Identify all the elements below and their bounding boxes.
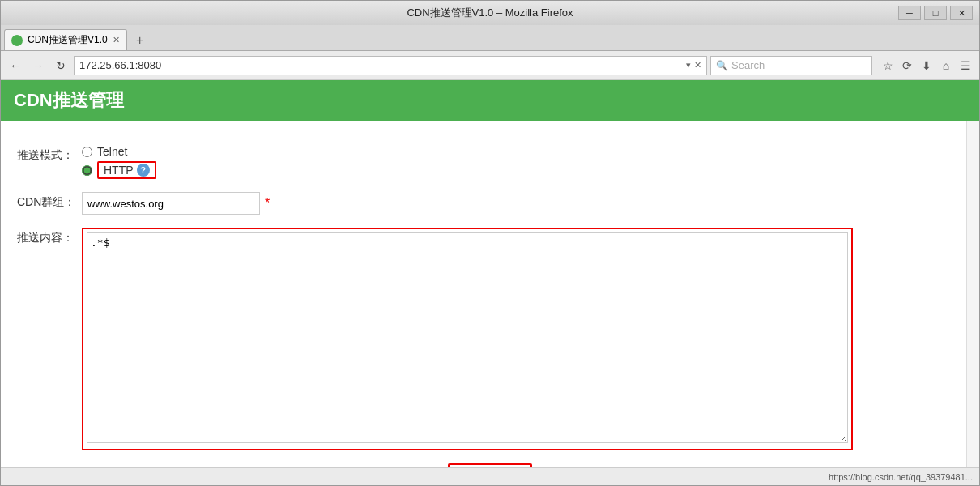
content-row: 推送内容： .*$ (17, 228, 963, 450)
browser-toolbar: ☆ ⟳ ⬇ ⌂ ☰ (879, 57, 974, 75)
bookmark-icon[interactable]: ☆ (879, 57, 897, 75)
http-label: HTTP (104, 164, 134, 177)
address-bar: ← → ↻ 172.25.66.1:8080 ▾ ✕ 🔍 Search ☆ ⟳ … (1, 51, 979, 80)
textarea-wrapper: .*$ (82, 228, 853, 450)
close-button[interactable]: ✕ (950, 6, 973, 20)
restore-button[interactable]: □ (924, 6, 947, 20)
info-icon[interactable]: ? (137, 164, 150, 177)
minimize-button[interactable]: ─ (898, 6, 921, 20)
status-bar: https://blog.csdn.net/qq_39379481... (1, 467, 979, 485)
reload-button[interactable]: ↻ (51, 56, 70, 75)
mode-label: 推送模式： (17, 145, 82, 163)
title-bar: CDN推送管理V1.0 – Mozilla Firefox ─ □ ✕ (1, 1, 979, 25)
http-label-box: HTTP ? (97, 161, 156, 179)
mode-row: 推送模式： Telnet HTTP ? (17, 145, 963, 179)
cdn-group-control: * (82, 192, 963, 215)
hamburger-icon[interactable]: ☰ (957, 57, 974, 75)
http-radio[interactable] (82, 165, 92, 176)
content-area: 推送模式： Telnet HTTP ? (1, 121, 979, 467)
tab-bar: CDN推送管理V1.0 ✕ + (1, 25, 979, 51)
back-button[interactable]: ← (6, 56, 25, 75)
status-url: https://blog.csdn.net/qq_39379481... (829, 472, 973, 482)
telnet-radio[interactable] (82, 147, 92, 157)
url-clear-icon[interactable]: ✕ (694, 60, 701, 70)
url-bar[interactable]: 172.25.66.1:8080 ▾ ✕ (74, 56, 707, 75)
forward-button[interactable]: → (28, 56, 48, 75)
required-star: * (265, 196, 270, 211)
content-label: 推送内容： (17, 228, 82, 245)
submit-area: 确认提交 (17, 463, 963, 467)
http-option[interactable]: HTTP ? (82, 161, 963, 179)
form: 推送模式： Telnet HTTP ? (1, 137, 979, 467)
content-control: .*$ (82, 228, 963, 450)
download-icon[interactable]: ⬇ (918, 57, 935, 75)
mode-control: Telnet HTTP ? (82, 145, 963, 179)
url-dropdown-icon[interactable]: ▾ (686, 60, 691, 70)
tab-favicon (11, 35, 23, 46)
search-placeholder: Search (731, 59, 765, 71)
new-tab-button[interactable]: + (130, 31, 150, 50)
active-tab[interactable]: CDN推送管理V1.0 ✕ (4, 29, 127, 50)
search-box[interactable]: 🔍 Search (710, 56, 872, 75)
tab-label: CDN推送管理V1.0 (28, 33, 108, 47)
menu-home-icon[interactable]: ⌂ (937, 57, 955, 75)
submit-button[interactable]: 确认提交 (448, 463, 532, 467)
browser-window: CDN推送管理V1.0 – Mozilla Firefox ─ □ ✕ CDN推… (0, 0, 980, 486)
tab-close-button[interactable]: ✕ (113, 35, 120, 45)
home-icon[interactable]: ⟳ (898, 57, 916, 75)
page-title: CDN推送管理 (14, 88, 124, 113)
cdn-group-input[interactable] (82, 192, 260, 215)
url-controls: ▾ ✕ (686, 60, 701, 70)
url-text: 172.25.66.1:8080 (79, 59, 161, 71)
window-controls: ─ □ ✕ (898, 6, 973, 20)
cdn-group-label: CDN群组： (17, 192, 82, 210)
cdn-group-row: CDN群组： * (17, 192, 963, 215)
scrollbar[interactable] (966, 121, 979, 467)
telnet-option[interactable]: Telnet (82, 145, 963, 158)
search-icon: 🔍 (716, 60, 728, 71)
window-title: CDN推送管理V1.0 – Mozilla Firefox (407, 6, 573, 20)
page-header: CDN推送管理 (1, 80, 979, 121)
telnet-label: Telnet (97, 145, 127, 158)
content-textarea[interactable]: .*$ (87, 232, 848, 443)
